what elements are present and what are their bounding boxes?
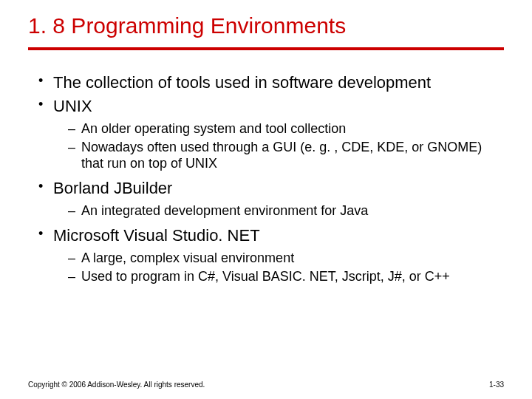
- list-item: UNIX An older operating system and tool …: [38, 96, 504, 172]
- sub-list-item: An older operating system and tool colle…: [68, 120, 504, 137]
- slide-title: 1. 8 Programming Environments: [28, 13, 504, 44]
- sub-list-item: A large, complex visual environment: [68, 250, 504, 267]
- sub-list-item: Nowadays often used through a GUI (e. g.…: [68, 139, 504, 172]
- bullet-text: Borland JBuilder: [53, 179, 172, 197]
- sub-list: An older operating system and tool colle…: [53, 120, 504, 172]
- slide-content: The collection of tools used in software…: [28, 72, 504, 284]
- list-item: Borland JBuilder An integrated developme…: [38, 178, 504, 219]
- bullet-text: Microsoft Visual Studio. NET: [53, 226, 260, 245]
- copyright-text: Copyright © 2006 Addison-Wesley. All rig…: [28, 381, 205, 389]
- bullet-text: UNIX: [53, 97, 92, 115]
- slide-footer: Copyright © 2006 Addison-Wesley. All rig…: [28, 381, 504, 389]
- sub-list: An integrated development environment fo…: [53, 202, 504, 219]
- bullet-list: The collection of tools used in software…: [38, 72, 504, 284]
- title-rule: [28, 47, 504, 50]
- sub-list-item: An integrated development environment fo…: [68, 202, 504, 219]
- bullet-text: The collection of tools used in software…: [53, 73, 431, 92]
- sub-list-item: Used to program in C#, Visual BASIC. NET…: [68, 268, 504, 285]
- list-item: The collection of tools used in software…: [38, 72, 504, 93]
- slide: 1. 8 Programming Environments The collec…: [0, 0, 532, 399]
- list-item: Microsoft Visual Studio. NET A large, co…: [38, 225, 504, 285]
- page-number: 1-33: [489, 381, 504, 389]
- sub-list: A large, complex visual environment Used…: [53, 250, 504, 284]
